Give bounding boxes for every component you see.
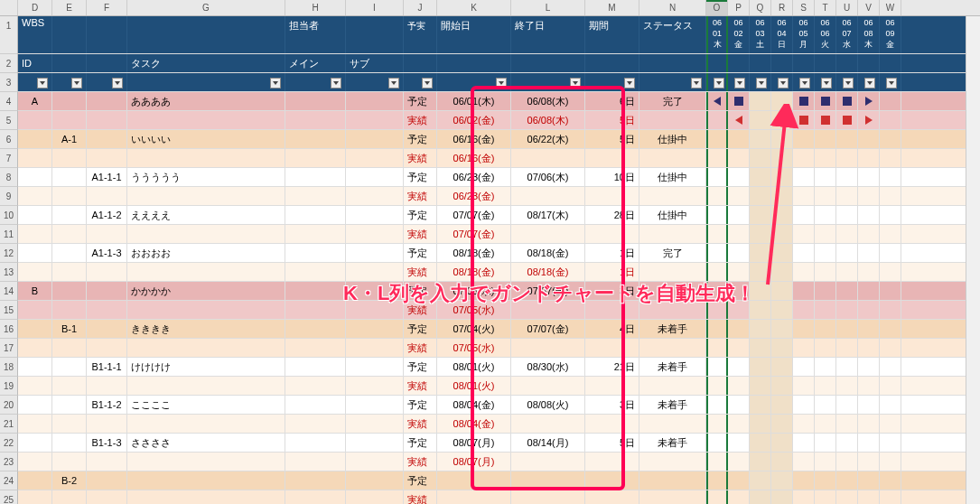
data-row-25[interactable]: 実績 xyxy=(18,490,980,504)
filter-dropdown-icon[interactable] xyxy=(799,78,810,89)
gantt-P5[interactable] xyxy=(728,111,750,129)
data-row-9[interactable]: 実績06/23(金) xyxy=(18,187,980,206)
cell-D22[interactable] xyxy=(18,434,52,452)
cell-status-6[interactable]: 仕掛中 xyxy=(639,130,706,148)
filter-G[interactable] xyxy=(127,73,285,91)
gantt-R24[interactable] xyxy=(771,471,793,490)
gantt-W17[interactable] xyxy=(880,339,901,357)
cell-start-20[interactable]: 08/04(金) xyxy=(437,396,511,414)
cell-E8[interactable] xyxy=(52,168,87,186)
row-header-25[interactable]: 25 xyxy=(0,490,18,504)
cell-dur-12[interactable]: 1日 xyxy=(585,244,639,262)
gantt-P19[interactable] xyxy=(728,377,750,395)
cell-D20[interactable] xyxy=(18,396,52,414)
data-row-24[interactable]: B-2予定 xyxy=(18,471,980,490)
cell-dur-20[interactable]: 3日 xyxy=(585,396,639,414)
gantt-Q20[interactable] xyxy=(750,396,771,414)
cell-F4[interactable] xyxy=(87,92,127,110)
filter-dropdown-icon[interactable] xyxy=(496,78,507,89)
gantt-R19[interactable] xyxy=(771,377,793,395)
gantt-O19[interactable] xyxy=(706,377,728,395)
gantt-V6[interactable] xyxy=(858,130,880,148)
cell-task-23[interactable] xyxy=(127,453,285,471)
gantt-T17[interactable] xyxy=(815,339,836,357)
cell-end-4[interactable]: 06/08(木) xyxy=(511,92,585,110)
gantt-W13[interactable] xyxy=(880,263,901,281)
gantt-R14[interactable] xyxy=(771,282,793,300)
gantt-O24[interactable] xyxy=(706,471,728,490)
gantt-W21[interactable] xyxy=(880,415,901,433)
cell-E9[interactable] xyxy=(52,187,87,205)
gantt-S8[interactable] xyxy=(793,168,815,186)
cell-D5[interactable] xyxy=(18,111,52,129)
cell-start-14[interactable]: 07/05(水) xyxy=(437,282,511,300)
cell-F16[interactable] xyxy=(87,320,127,338)
gantt-S18[interactable] xyxy=(793,358,815,376)
cell-D18[interactable] xyxy=(18,358,52,376)
cell-task-13[interactable] xyxy=(127,263,285,281)
filter-dropdown-icon[interactable] xyxy=(270,78,281,89)
col-header-K[interactable]: K xyxy=(437,0,511,15)
gantt-P12[interactable] xyxy=(728,244,750,262)
gantt-V13[interactable] xyxy=(858,263,880,281)
cell-F10[interactable]: A1-1-2 xyxy=(87,206,127,224)
gantt-P24[interactable] xyxy=(728,471,750,490)
cell-yojitsu-10[interactable]: 予定 xyxy=(404,206,437,224)
gantt-O21[interactable] xyxy=(706,415,728,433)
cell-dur-5[interactable]: 5日 xyxy=(585,111,639,129)
gantt-O9[interactable] xyxy=(706,187,728,205)
gantt-S21[interactable] xyxy=(793,415,815,433)
data-row-10[interactable]: A1-1-2ええええ予定07/07(金)08/17(木)28日仕掛中 xyxy=(18,206,980,225)
col-header-L[interactable]: L xyxy=(511,0,585,15)
cell-dur-19[interactable] xyxy=(585,377,639,395)
gantt-O6[interactable] xyxy=(706,130,728,148)
filter-Q[interactable] xyxy=(750,73,771,91)
cell-status-15[interactable] xyxy=(639,301,706,319)
cell-F13[interactable] xyxy=(87,263,127,281)
data-row-18[interactable]: B1-1-1けけけけ予定08/01(火)08/30(水)21日未着手 xyxy=(18,358,980,377)
cell-end-21[interactable] xyxy=(511,415,585,433)
gantt-W25[interactable] xyxy=(880,490,901,504)
col-header-R[interactable]: R xyxy=(771,0,793,15)
filter-dropdown-icon[interactable] xyxy=(756,78,767,89)
gantt-V21[interactable] xyxy=(858,415,880,433)
filter-F[interactable] xyxy=(87,73,127,91)
cell-E18[interactable] xyxy=(52,358,87,376)
col-header-E[interactable]: E xyxy=(52,0,87,15)
cell-task-4[interactable]: ああああ xyxy=(127,92,285,110)
gantt-Q22[interactable] xyxy=(750,434,771,452)
gantt-Q17[interactable] xyxy=(750,339,771,357)
gantt-T13[interactable] xyxy=(815,263,836,281)
gantt-R18[interactable] xyxy=(771,358,793,376)
cell-status-9[interactable] xyxy=(639,187,706,205)
gantt-T14[interactable] xyxy=(815,282,836,300)
gantt-V4[interactable] xyxy=(858,92,880,110)
cell-D13[interactable] xyxy=(18,263,52,281)
cell-end-10[interactable]: 08/17(木) xyxy=(511,206,585,224)
data-row-11[interactable]: 実績07/07(金) xyxy=(18,225,980,244)
gantt-W12[interactable] xyxy=(880,244,901,262)
cell-E10[interactable] xyxy=(52,206,87,224)
cell-status-5[interactable] xyxy=(639,111,706,129)
cell-dur-18[interactable]: 21日 xyxy=(585,358,639,376)
row-header-18[interactable]: 18 xyxy=(0,358,18,377)
row-header-10[interactable]: 10 xyxy=(0,206,18,225)
gantt-O23[interactable] xyxy=(706,453,728,471)
vertical-scrollbar[interactable] xyxy=(966,16,980,504)
gantt-R17[interactable] xyxy=(771,339,793,357)
gantt-R8[interactable] xyxy=(771,168,793,186)
gantt-W16[interactable] xyxy=(880,320,901,338)
cell-dur-14[interactable]: 3日 xyxy=(585,282,639,300)
cell-dur-4[interactable]: 6日 xyxy=(585,92,639,110)
cell-dur-16[interactable]: 4日 xyxy=(585,320,639,338)
cell-F22[interactable]: B1-1-3 xyxy=(87,434,127,452)
gantt-T21[interactable] xyxy=(815,415,836,433)
gantt-Q23[interactable] xyxy=(750,453,771,471)
col-header-U[interactable]: U xyxy=(836,0,858,15)
gantt-U14[interactable] xyxy=(836,282,858,300)
gantt-S15[interactable] xyxy=(793,301,815,319)
cell-E11[interactable] xyxy=(52,225,87,243)
gantt-U11[interactable] xyxy=(836,225,858,243)
cell-end-7[interactable] xyxy=(511,149,585,167)
gantt-P25[interactable] xyxy=(728,490,750,504)
